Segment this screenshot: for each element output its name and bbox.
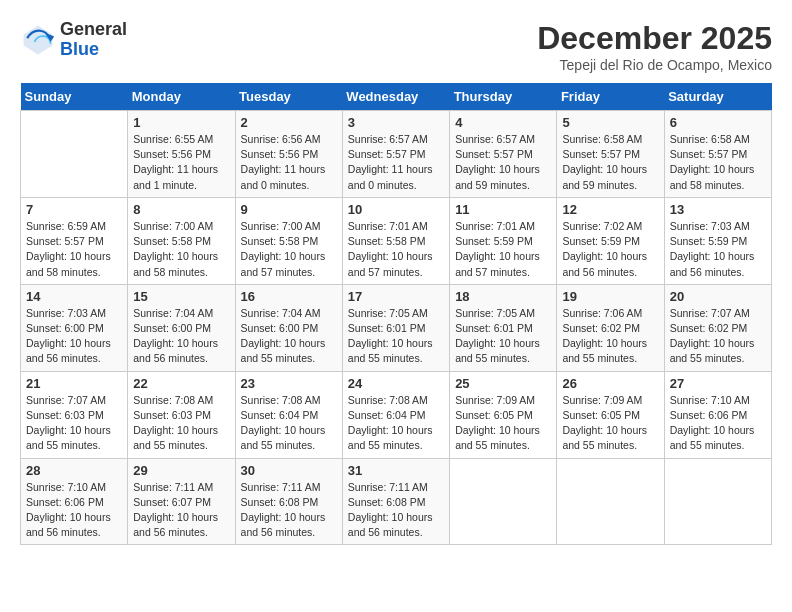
day-info: Sunrise: 7:03 AMSunset: 6:00 PMDaylight:… xyxy=(26,306,122,367)
calendar-cell: 25 Sunrise: 7:09 AMSunset: 6:05 PMDaylig… xyxy=(450,371,557,458)
calendar-cell: 19 Sunrise: 7:06 AMSunset: 6:02 PMDaylig… xyxy=(557,284,664,371)
calendar-cell: 15 Sunrise: 7:04 AMSunset: 6:00 PMDaylig… xyxy=(128,284,235,371)
weekday-header-row: SundayMondayTuesdayWednesdayThursdayFrid… xyxy=(21,83,772,111)
day-number: 20 xyxy=(670,289,766,304)
day-info: Sunrise: 7:09 AMSunset: 6:05 PMDaylight:… xyxy=(562,393,658,454)
day-number: 12 xyxy=(562,202,658,217)
day-number: 19 xyxy=(562,289,658,304)
day-info: Sunrise: 7:04 AMSunset: 6:00 PMDaylight:… xyxy=(133,306,229,367)
calendar-cell: 13 Sunrise: 7:03 AMSunset: 5:59 PMDaylig… xyxy=(664,197,771,284)
calendar-cell: 27 Sunrise: 7:10 AMSunset: 6:06 PMDaylig… xyxy=(664,371,771,458)
calendar-cell: 28 Sunrise: 7:10 AMSunset: 6:06 PMDaylig… xyxy=(21,458,128,545)
day-info: Sunrise: 6:56 AMSunset: 5:56 PMDaylight:… xyxy=(241,132,337,193)
weekday-header-wednesday: Wednesday xyxy=(342,83,449,111)
day-info: Sunrise: 6:59 AMSunset: 5:57 PMDaylight:… xyxy=(26,219,122,280)
calendar-cell: 22 Sunrise: 7:08 AMSunset: 6:03 PMDaylig… xyxy=(128,371,235,458)
calendar-cell xyxy=(557,458,664,545)
day-number: 18 xyxy=(455,289,551,304)
day-info: Sunrise: 6:57 AMSunset: 5:57 PMDaylight:… xyxy=(348,132,444,193)
day-number: 5 xyxy=(562,115,658,130)
calendar-cell: 5 Sunrise: 6:58 AMSunset: 5:57 PMDayligh… xyxy=(557,111,664,198)
weekday-header-saturday: Saturday xyxy=(664,83,771,111)
logo-general: General xyxy=(60,19,127,39)
calendar-cell xyxy=(21,111,128,198)
day-number: 25 xyxy=(455,376,551,391)
day-info: Sunrise: 7:05 AMSunset: 6:01 PMDaylight:… xyxy=(348,306,444,367)
day-number: 23 xyxy=(241,376,337,391)
month-year: December 2025 xyxy=(537,20,772,57)
weekday-header-thursday: Thursday xyxy=(450,83,557,111)
calendar-cell: 8 Sunrise: 7:00 AMSunset: 5:58 PMDayligh… xyxy=(128,197,235,284)
day-number: 21 xyxy=(26,376,122,391)
day-info: Sunrise: 7:11 AMSunset: 6:07 PMDaylight:… xyxy=(133,480,229,541)
calendar-body: 1 Sunrise: 6:55 AMSunset: 5:56 PMDayligh… xyxy=(21,111,772,545)
day-info: Sunrise: 7:07 AMSunset: 6:02 PMDaylight:… xyxy=(670,306,766,367)
calendar-cell: 20 Sunrise: 7:07 AMSunset: 6:02 PMDaylig… xyxy=(664,284,771,371)
day-info: Sunrise: 7:07 AMSunset: 6:03 PMDaylight:… xyxy=(26,393,122,454)
day-number: 30 xyxy=(241,463,337,478)
day-info: Sunrise: 7:08 AMSunset: 6:04 PMDaylight:… xyxy=(241,393,337,454)
day-number: 13 xyxy=(670,202,766,217)
day-number: 27 xyxy=(670,376,766,391)
day-info: Sunrise: 7:05 AMSunset: 6:01 PMDaylight:… xyxy=(455,306,551,367)
day-info: Sunrise: 7:03 AMSunset: 5:59 PMDaylight:… xyxy=(670,219,766,280)
day-number: 6 xyxy=(670,115,766,130)
day-info: Sunrise: 7:11 AMSunset: 6:08 PMDaylight:… xyxy=(348,480,444,541)
day-info: Sunrise: 7:06 AMSunset: 6:02 PMDaylight:… xyxy=(562,306,658,367)
calendar-cell: 16 Sunrise: 7:04 AMSunset: 6:00 PMDaylig… xyxy=(235,284,342,371)
day-info: Sunrise: 7:04 AMSunset: 6:00 PMDaylight:… xyxy=(241,306,337,367)
calendar-cell: 1 Sunrise: 6:55 AMSunset: 5:56 PMDayligh… xyxy=(128,111,235,198)
day-number: 8 xyxy=(133,202,229,217)
calendar-cell: 21 Sunrise: 7:07 AMSunset: 6:03 PMDaylig… xyxy=(21,371,128,458)
day-info: Sunrise: 7:00 AMSunset: 5:58 PMDaylight:… xyxy=(241,219,337,280)
calendar-cell: 24 Sunrise: 7:08 AMSunset: 6:04 PMDaylig… xyxy=(342,371,449,458)
logo-icon xyxy=(20,22,56,58)
day-number: 4 xyxy=(455,115,551,130)
logo-blue: Blue xyxy=(60,39,99,59)
calendar-cell: 2 Sunrise: 6:56 AMSunset: 5:56 PMDayligh… xyxy=(235,111,342,198)
weekday-header-monday: Monday xyxy=(128,83,235,111)
day-number: 17 xyxy=(348,289,444,304)
title-area: December 2025 Tepeji del Rio de Ocampo, … xyxy=(537,20,772,73)
calendar-cell: 12 Sunrise: 7:02 AMSunset: 5:59 PMDaylig… xyxy=(557,197,664,284)
day-number: 24 xyxy=(348,376,444,391)
day-number: 22 xyxy=(133,376,229,391)
day-number: 10 xyxy=(348,202,444,217)
day-number: 9 xyxy=(241,202,337,217)
day-number: 14 xyxy=(26,289,122,304)
day-number: 3 xyxy=(348,115,444,130)
weekday-header-tuesday: Tuesday xyxy=(235,83,342,111)
calendar-cell: 9 Sunrise: 7:00 AMSunset: 5:58 PMDayligh… xyxy=(235,197,342,284)
day-info: Sunrise: 7:10 AMSunset: 6:06 PMDaylight:… xyxy=(26,480,122,541)
day-number: 28 xyxy=(26,463,122,478)
logo: General Blue xyxy=(20,20,127,60)
calendar-cell: 31 Sunrise: 7:11 AMSunset: 6:08 PMDaylig… xyxy=(342,458,449,545)
calendar-cell: 26 Sunrise: 7:09 AMSunset: 6:05 PMDaylig… xyxy=(557,371,664,458)
day-info: Sunrise: 6:55 AMSunset: 5:56 PMDaylight:… xyxy=(133,132,229,193)
calendar-cell: 3 Sunrise: 6:57 AMSunset: 5:57 PMDayligh… xyxy=(342,111,449,198)
logo-text: General Blue xyxy=(60,20,127,60)
day-number: 11 xyxy=(455,202,551,217)
calendar-cell xyxy=(664,458,771,545)
day-info: Sunrise: 7:02 AMSunset: 5:59 PMDaylight:… xyxy=(562,219,658,280)
day-info: Sunrise: 6:57 AMSunset: 5:57 PMDaylight:… xyxy=(455,132,551,193)
day-number: 1 xyxy=(133,115,229,130)
calendar-cell: 14 Sunrise: 7:03 AMSunset: 6:00 PMDaylig… xyxy=(21,284,128,371)
day-info: Sunrise: 7:08 AMSunset: 6:03 PMDaylight:… xyxy=(133,393,229,454)
calendar-cell: 4 Sunrise: 6:57 AMSunset: 5:57 PMDayligh… xyxy=(450,111,557,198)
calendar-week-3: 14 Sunrise: 7:03 AMSunset: 6:00 PMDaylig… xyxy=(21,284,772,371)
calendar-table: SundayMondayTuesdayWednesdayThursdayFrid… xyxy=(20,83,772,545)
weekday-header-sunday: Sunday xyxy=(21,83,128,111)
calendar-cell: 11 Sunrise: 7:01 AMSunset: 5:59 PMDaylig… xyxy=(450,197,557,284)
day-info: Sunrise: 7:01 AMSunset: 5:59 PMDaylight:… xyxy=(455,219,551,280)
calendar-cell: 6 Sunrise: 6:58 AMSunset: 5:57 PMDayligh… xyxy=(664,111,771,198)
day-info: Sunrise: 6:58 AMSunset: 5:57 PMDaylight:… xyxy=(562,132,658,193)
calendar-cell: 18 Sunrise: 7:05 AMSunset: 6:01 PMDaylig… xyxy=(450,284,557,371)
day-number: 2 xyxy=(241,115,337,130)
day-info: Sunrise: 7:08 AMSunset: 6:04 PMDaylight:… xyxy=(348,393,444,454)
calendar-week-1: 1 Sunrise: 6:55 AMSunset: 5:56 PMDayligh… xyxy=(21,111,772,198)
day-number: 7 xyxy=(26,202,122,217)
day-info: Sunrise: 7:09 AMSunset: 6:05 PMDaylight:… xyxy=(455,393,551,454)
day-info: Sunrise: 7:01 AMSunset: 5:58 PMDaylight:… xyxy=(348,219,444,280)
calendar-week-4: 21 Sunrise: 7:07 AMSunset: 6:03 PMDaylig… xyxy=(21,371,772,458)
